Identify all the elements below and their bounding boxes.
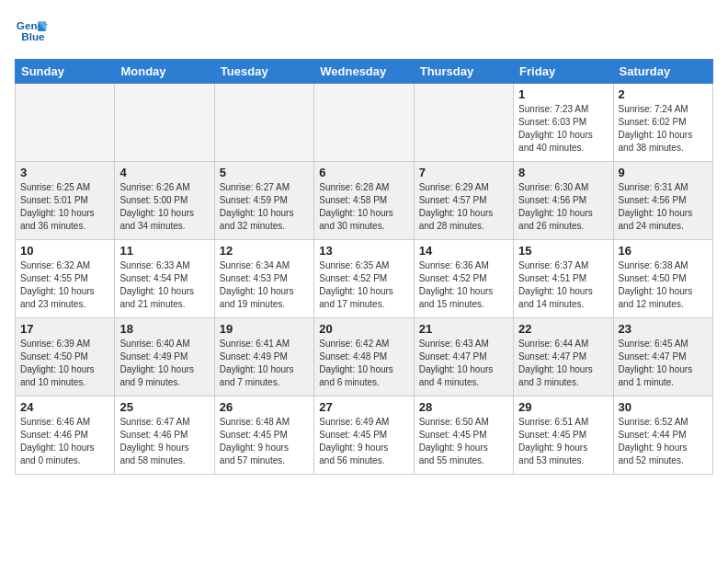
- day-header-saturday: Saturday: [613, 60, 712, 84]
- day-number: 3: [20, 166, 109, 179]
- day-info: Sunrise: 6:43 AM Sunset: 4:47 PM Dayligh…: [419, 338, 508, 389]
- day-number: 30: [619, 400, 708, 414]
- calendar-cell: 13Sunrise: 6:35 AM Sunset: 4:52 PM Dayli…: [314, 240, 414, 318]
- day-info: Sunrise: 6:33 AM Sunset: 4:54 PM Dayligh…: [119, 259, 209, 311]
- calendar-cell: [314, 84, 414, 162]
- calendar-cell: 17Sunrise: 6:39 AM Sunset: 4:50 PM Dayli…: [16, 318, 115, 396]
- calendar-week-3: 10Sunrise: 6:32 AM Sunset: 4:55 PM Dayli…: [16, 240, 713, 318]
- day-number: 2: [619, 87, 708, 101]
- day-info: Sunrise: 6:37 AM Sunset: 4:51 PM Dayligh…: [518, 259, 608, 311]
- day-info: Sunrise: 6:27 AM Sunset: 4:59 PM Dayligh…: [220, 181, 309, 233]
- day-info: Sunrise: 6:35 AM Sunset: 4:52 PM Dayligh…: [319, 259, 408, 311]
- day-number: 10: [20, 244, 109, 258]
- day-number: 4: [119, 166, 209, 179]
- day-number: 21: [419, 322, 508, 336]
- day-number: 18: [119, 322, 209, 336]
- calendar-cell: 9Sunrise: 6:31 AM Sunset: 4:56 PM Daylig…: [613, 162, 712, 240]
- calendar-cell: 6Sunrise: 6:28 AM Sunset: 4:58 PM Daylig…: [314, 162, 414, 240]
- calendar-cell: 14Sunrise: 6:36 AM Sunset: 4:52 PM Dayli…: [414, 240, 513, 318]
- day-info: Sunrise: 6:36 AM Sunset: 4:52 PM Dayligh…: [419, 259, 508, 311]
- day-info: Sunrise: 6:25 AM Sunset: 5:01 PM Dayligh…: [20, 181, 109, 233]
- day-info: Sunrise: 6:45 AM Sunset: 4:47 PM Dayligh…: [619, 338, 708, 389]
- day-header-sunday: Sunday: [16, 60, 115, 84]
- day-number: 1: [518, 87, 608, 101]
- day-number: 12: [220, 244, 309, 258]
- calendar-cell: 5Sunrise: 6:27 AM Sunset: 4:59 PM Daylig…: [214, 162, 313, 240]
- calendar-cell: 27Sunrise: 6:49 AM Sunset: 4:45 PM Dayli…: [314, 396, 414, 475]
- day-info: Sunrise: 6:39 AM Sunset: 4:50 PM Dayligh…: [20, 338, 109, 389]
- day-number: 23: [619, 322, 708, 336]
- calendar-cell: 7Sunrise: 6:29 AM Sunset: 4:57 PM Daylig…: [414, 162, 513, 240]
- calendar-cell: 21Sunrise: 6:43 AM Sunset: 4:47 PM Dayli…: [414, 318, 513, 396]
- calendar-cell: [414, 84, 513, 162]
- calendar-week-4: 17Sunrise: 6:39 AM Sunset: 4:50 PM Dayli…: [16, 318, 713, 396]
- day-number: 8: [518, 166, 608, 179]
- calendar-cell: 23Sunrise: 6:45 AM Sunset: 4:47 PM Dayli…: [613, 318, 712, 396]
- calendar-week-2: 3Sunrise: 6:25 AM Sunset: 5:01 PM Daylig…: [16, 162, 713, 240]
- calendar-cell: [214, 84, 313, 162]
- day-number: 22: [518, 322, 608, 336]
- calendar-cell: 4Sunrise: 6:26 AM Sunset: 5:00 PM Daylig…: [115, 162, 214, 240]
- day-info: Sunrise: 6:51 AM Sunset: 4:45 PM Dayligh…: [518, 416, 608, 467]
- day-number: 29: [518, 400, 608, 414]
- calendar-cell: 11Sunrise: 6:33 AM Sunset: 4:54 PM Dayli…: [115, 240, 214, 318]
- day-info: Sunrise: 6:32 AM Sunset: 4:55 PM Dayligh…: [20, 259, 109, 311]
- day-info: Sunrise: 6:47 AM Sunset: 4:46 PM Dayligh…: [119, 416, 209, 467]
- calendar-week-5: 24Sunrise: 6:46 AM Sunset: 4:46 PM Dayli…: [16, 396, 713, 475]
- day-number: 5: [220, 166, 309, 179]
- day-number: 28: [419, 400, 508, 414]
- day-number: 19: [220, 322, 309, 336]
- calendar-cell: 25Sunrise: 6:47 AM Sunset: 4:46 PM Dayli…: [115, 396, 214, 475]
- calendar-cell: 18Sunrise: 6:40 AM Sunset: 4:49 PM Dayli…: [115, 318, 214, 396]
- day-header-tuesday: Tuesday: [214, 60, 313, 84]
- calendar-cell: 8Sunrise: 6:30 AM Sunset: 4:56 PM Daylig…: [514, 162, 613, 240]
- calendar-cell: 2Sunrise: 7:24 AM Sunset: 6:02 PM Daylig…: [613, 84, 712, 162]
- day-info: Sunrise: 7:23 AM Sunset: 6:03 PM Dayligh…: [518, 103, 608, 155]
- day-info: Sunrise: 6:52 AM Sunset: 4:44 PM Dayligh…: [619, 416, 708, 467]
- day-info: Sunrise: 6:46 AM Sunset: 4:46 PM Dayligh…: [20, 416, 109, 467]
- day-number: 6: [319, 166, 408, 179]
- day-number: 7: [419, 166, 508, 179]
- calendar-cell: 19Sunrise: 6:41 AM Sunset: 4:49 PM Dayli…: [214, 318, 313, 396]
- calendar-cell: 16Sunrise: 6:38 AM Sunset: 4:50 PM Dayli…: [613, 240, 712, 318]
- day-number: 20: [319, 322, 408, 336]
- day-header-friday: Friday: [514, 60, 613, 84]
- day-number: 15: [518, 244, 608, 258]
- day-header-thursday: Thursday: [414, 60, 513, 84]
- day-info: Sunrise: 6:41 AM Sunset: 4:49 PM Dayligh…: [220, 338, 309, 389]
- day-info: Sunrise: 6:40 AM Sunset: 4:49 PM Dayligh…: [119, 338, 209, 389]
- day-info: Sunrise: 7:24 AM Sunset: 6:02 PM Dayligh…: [619, 103, 708, 155]
- day-number: 26: [220, 400, 309, 414]
- calendar-week-1: 1Sunrise: 7:23 AM Sunset: 6:03 PM Daylig…: [16, 84, 713, 162]
- day-info: Sunrise: 6:44 AM Sunset: 4:47 PM Dayligh…: [518, 338, 608, 389]
- calendar-cell: 26Sunrise: 6:48 AM Sunset: 4:45 PM Dayli…: [214, 396, 313, 475]
- calendar-table: SundayMondayTuesdayWednesdayThursdayFrid…: [15, 59, 713, 475]
- calendar-cell: 24Sunrise: 6:46 AM Sunset: 4:46 PM Dayli…: [16, 396, 115, 475]
- calendar-cell: 22Sunrise: 6:44 AM Sunset: 4:47 PM Dayli…: [514, 318, 613, 396]
- calendar-cell: 15Sunrise: 6:37 AM Sunset: 4:51 PM Dayli…: [514, 240, 613, 318]
- day-info: Sunrise: 6:50 AM Sunset: 4:45 PM Dayligh…: [419, 416, 508, 467]
- day-info: Sunrise: 6:42 AM Sunset: 4:48 PM Dayligh…: [319, 338, 408, 389]
- day-header-wednesday: Wednesday: [314, 60, 414, 84]
- day-number: 13: [319, 244, 408, 258]
- day-info: Sunrise: 6:28 AM Sunset: 4:58 PM Dayligh…: [319, 181, 408, 233]
- day-number: 27: [319, 400, 408, 414]
- day-number: 14: [419, 244, 508, 258]
- day-number: 25: [119, 400, 209, 414]
- calendar-cell: 30Sunrise: 6:52 AM Sunset: 4:44 PM Dayli…: [613, 396, 712, 475]
- page-header: General Blue: [15, 15, 713, 48]
- calendar-cell: 10Sunrise: 6:32 AM Sunset: 4:55 PM Dayli…: [16, 240, 115, 318]
- day-number: 24: [20, 400, 109, 414]
- calendar-cell: 20Sunrise: 6:42 AM Sunset: 4:48 PM Dayli…: [314, 318, 414, 396]
- day-info: Sunrise: 6:31 AM Sunset: 4:56 PM Dayligh…: [619, 181, 708, 233]
- day-number: 17: [20, 322, 109, 336]
- day-number: 16: [619, 244, 708, 258]
- calendar-header: SundayMondayTuesdayWednesdayThursdayFrid…: [16, 60, 713, 84]
- day-info: Sunrise: 6:49 AM Sunset: 4:45 PM Dayligh…: [319, 416, 408, 467]
- calendar-cell: 29Sunrise: 6:51 AM Sunset: 4:45 PM Dayli…: [514, 396, 613, 475]
- day-info: Sunrise: 6:29 AM Sunset: 4:57 PM Dayligh…: [419, 181, 508, 233]
- calendar-cell: 28Sunrise: 6:50 AM Sunset: 4:45 PM Dayli…: [414, 396, 513, 475]
- day-info: Sunrise: 6:48 AM Sunset: 4:45 PM Dayligh…: [220, 416, 309, 467]
- logo: General Blue: [15, 15, 48, 48]
- svg-text:Blue: Blue: [21, 30, 45, 42]
